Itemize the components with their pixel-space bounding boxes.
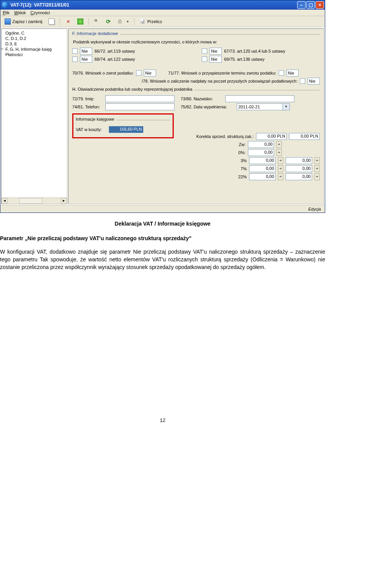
checkbox-68-74-value: Nie [80,56,92,63]
stepper-icon[interactable]: ÷ [314,173,320,180]
checkbox-69-75-value: Nie [209,56,222,63]
save-close-button[interactable]: Zapisz i zamknij [3,17,44,26]
minimize-button[interactable]: – [297,1,306,9]
label-0pct: 0%: [182,150,246,155]
sidebar: Ogólne, C C, D.1, D.2 D.3, E F, G, H, In… [1,28,67,204]
print-button[interactable]: ▼ [116,17,131,26]
stepper-icon[interactable]: ÷ [278,173,283,180]
tools-icon [94,18,100,25]
document-body: Deklaracja VAT / Informacje księgowe Par… [0,213,325,440]
refresh-button[interactable] [104,17,114,26]
value-7pct-1[interactable]: 0,00 [249,165,276,172]
label-66-72: 66/72. art.119 ustawy [95,49,135,53]
value-3pct-1[interactable]: 0,00 [249,157,276,164]
value-vat-koszty: 156,60 PLN [109,126,143,133]
label-imie: 72/79. Imię: [72,96,103,101]
numeric-grid: Korekta sprzed. strukturą zak.: 0,00 PLN… [182,132,320,181]
cancel-button[interactable]: ✕ [63,17,73,26]
label-zw: Zw: [182,142,246,147]
input-nazwisko[interactable] [225,95,294,102]
sidebar-item-fgh[interactable]: F, G, H, Informacje księg [2,47,66,52]
label-nazwisko: 73/80. Nazwisko: [181,96,223,101]
tools-button[interactable] [92,17,102,26]
sidebar-item-d3e[interactable]: D.3, E [2,41,66,47]
refresh-icon [106,18,112,25]
toolbar-separator [88,18,89,25]
sidebar-item-cd1d2[interactable]: C, D.1, D.2 [2,36,66,41]
checkbox-67-73-value: Nie [209,48,222,55]
checkbox-wniosek-zalicz[interactable] [300,78,305,84]
paragraph: W konfiguracji VAT, dodatkowo znajduje s… [0,248,325,271]
sidebar-item-platnosci[interactable]: Płatności [2,52,66,57]
scroll-right-icon[interactable]: ► [61,198,67,204]
menu-czynnosci[interactable]: Czynności [30,10,50,15]
menu-plik[interactable]: Plik [3,10,10,15]
sidebar-item-ogolne[interactable]: Ogólne, C [2,30,66,36]
window-title: VAT-7(12): VAT7/2011/01/01 [10,2,69,8]
label-wniosek-zwrot: 70/76. Wniosek o zwrot podatku: [72,71,134,75]
info-ksiegowe-title: Informacje księgowe [76,117,114,121]
wniosek-zalicz-value: Nie [308,78,320,85]
scroll-left-icon[interactable]: ◄ [2,198,8,204]
label-22pct: 22% [182,174,247,179]
value-korekta-2[interactable]: 0,00 PLN [289,133,320,140]
przelicz-button[interactable]: Przelicz [138,17,164,26]
menu-widok[interactable]: Widok [14,10,26,15]
app-window: VAT-7(12): VAT7/2011/01/01 – ▢ × Plik Wi… [0,0,325,213]
stepper-icon[interactable]: ÷ [278,165,283,172]
checkbox-67-73[interactable] [202,48,207,54]
cancel-icon: ✕ [65,18,71,25]
checkbox-66-72[interactable] [72,48,78,54]
sidebar-scrollbar[interactable]: ◄ ► [2,198,67,204]
dropdown-icon[interactable]: ▾ [283,103,290,110]
value-7pct-2[interactable]: 0,00 [286,165,312,172]
label-68-74: 68/74. art.122 ustawy [95,57,135,61]
titlebar: VAT-7(12): VAT7/2011/01/01 – ▢ × [0,0,325,10]
wniosek-przysp-value: Nie [286,70,299,76]
label-vat-koszty: VAT w koszty: [76,127,106,132]
label-69-75: 69/75. art.136 ustawy [224,57,264,61]
label-3pct: 3% [182,158,247,163]
checkbox-68-74[interactable] [72,56,78,62]
main-panel: F. Informacje dodatkowe Podatnik wykonyw… [68,28,324,204]
section-f-title: F. Informacje dodatkowe [72,31,118,36]
checkbox-69-75[interactable] [202,56,207,62]
stepper-icon[interactable]: ÷ [278,157,283,164]
value-22pct-1[interactable]: 0,00 [249,173,276,180]
stepper-icon[interactable]: ÷ [314,157,320,164]
section-h-title: H. Oświadczenie podatnika lub osoby repr… [72,87,192,91]
close-button[interactable]: × [316,1,324,9]
input-telefon[interactable] [105,103,175,110]
app-icon [2,2,8,8]
date-combo[interactable]: ▾ [237,103,290,110]
checkbox-wniosek-zwrot[interactable] [136,70,141,76]
value-0pct[interactable]: 0,00 [248,149,274,156]
status-text: Edycja [308,207,321,211]
toolbar-separator [60,18,60,25]
stepper-icon[interactable]: ÷ [276,141,282,148]
action-button[interactable] [75,17,85,26]
stepper-icon[interactable]: ÷ [314,165,320,172]
action-icon [77,18,83,25]
duplicate-button[interactable] [47,17,57,26]
dropdown-icon: ▼ [126,20,129,23]
value-22pct-2[interactable]: 0,00 [286,173,312,180]
input-data-wypelnienia[interactable] [237,103,283,110]
section-heading: Parametr „Nie przeliczaj podstawy VAT'u … [0,234,325,242]
calc-icon [140,18,146,25]
toolbar-separator [134,18,135,25]
input-imie[interactable] [105,95,175,102]
label-7pct: 7% [182,166,247,171]
checkbox-wniosek-przysp[interactable] [279,70,284,76]
value-3pct-2[interactable]: 0,00 [286,157,312,164]
label-telefon: 74/81. Telefon: [72,105,103,109]
section-f-subtitle: Podatnik wykonywał w okresie rozliczenio… [73,40,320,44]
stepper-icon[interactable]: ÷ [276,149,282,156]
scroll-thumb[interactable] [19,198,42,204]
maximize-button[interactable]: ▢ [306,1,315,9]
value-korekta-1[interactable]: 0,00 PLN [256,133,287,140]
value-zw[interactable]: 0,00 [248,141,274,148]
info-ksiegowe-highlight: Informacje księgowe VAT w koszty: 156,60… [72,113,174,138]
body-area: Ogólne, C C, D.1, D.2 D.3, E F, G, H, In… [0,27,325,205]
save-icon [5,18,11,25]
